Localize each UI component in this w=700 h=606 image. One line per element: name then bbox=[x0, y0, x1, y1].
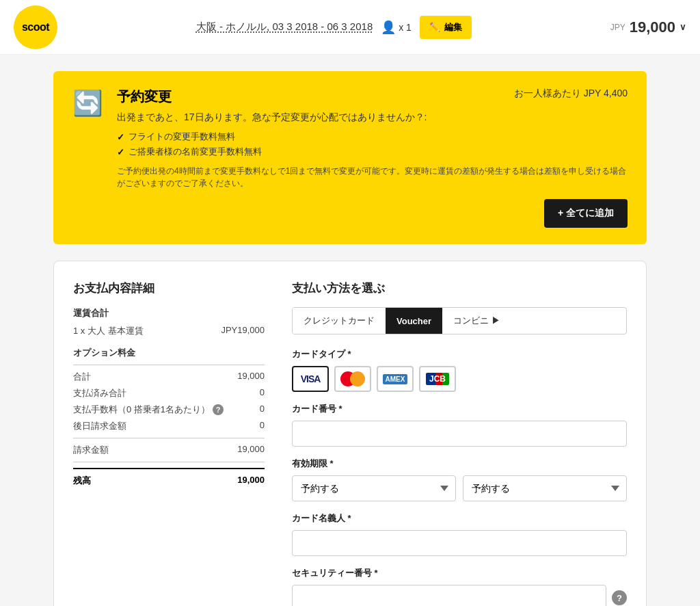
banner-content: 予約変更 お一人様あたり JPY 4,400 出発まであと、17日あります。急な… bbox=[117, 88, 628, 228]
security-help-icon[interactable]: ? bbox=[612, 590, 627, 605]
logo-area: scoot bbox=[14, 5, 57, 49]
check-icon-1: ✓ bbox=[117, 132, 124, 142]
security-input[interactable] bbox=[292, 585, 606, 606]
header-center: 大阪 - ホノルル, 03 3 2018 - 06 3 2018 👤 x 1 ✏… bbox=[196, 16, 472, 39]
card-type-group: カードタイプ * VISA AMEX JCB bbox=[292, 348, 627, 392]
tab-credit-card[interactable]: クレジットカード bbox=[293, 308, 386, 334]
fee-help-icon[interactable]: ? bbox=[213, 404, 224, 415]
visa-card-button[interactable]: VISA bbox=[292, 366, 329, 392]
logo: scoot bbox=[14, 5, 57, 49]
fare-title: 運賃合計 bbox=[73, 307, 265, 319]
payment-details-title: お支払内容詳細 bbox=[73, 280, 265, 296]
banner-check2: ✓ ご搭乗者様の名前変更手数料無料 bbox=[117, 146, 628, 158]
card-name-label: カード名義人 * bbox=[292, 512, 627, 525]
expiry-year-select[interactable]: 予約する bbox=[463, 475, 627, 501]
check-icon-2: ✓ bbox=[117, 147, 124, 157]
security-row: ? bbox=[292, 585, 627, 606]
tab-arrow-icon: ▶ bbox=[492, 315, 500, 326]
card-name-input[interactable] bbox=[292, 530, 627, 556]
expiry-row: 予約する 予約する bbox=[292, 475, 627, 501]
jcb-button[interactable]: JCB bbox=[419, 366, 456, 392]
balance-row: 残高 19,000 bbox=[73, 468, 265, 487]
mastercard-logo bbox=[340, 371, 365, 386]
deferred-row: 後日請求金額 0 bbox=[73, 420, 265, 432]
banner-note: ご予約便出発の4時間前まで変更手数料なしで1回まで無料で変更が可能です。変更時に… bbox=[117, 165, 628, 189]
pencil-icon: ✏️ bbox=[429, 22, 440, 32]
main-content: 🔄 予約変更 お一人様あたり JPY 4,400 出発まであと、17日あります。… bbox=[42, 71, 658, 606]
banner-title: 予約変更 bbox=[117, 88, 172, 106]
banner-header: 予約変更 お一人様あたり JPY 4,400 bbox=[117, 88, 628, 106]
mastercard-button[interactable] bbox=[334, 366, 371, 392]
card-number-group: カード番号 * bbox=[292, 403, 627, 447]
jcb-logo: JCB bbox=[426, 373, 449, 385]
card-types: VISA AMEX JCB bbox=[292, 366, 627, 392]
total-row: 合計 19,000 bbox=[73, 371, 265, 383]
divider-1 bbox=[73, 365, 265, 365]
security-group: セキュリティー番号 * ? bbox=[292, 567, 627, 606]
card-name-group: カード名義人 * bbox=[292, 512, 627, 556]
expiry-label: 有効期限 * bbox=[292, 458, 627, 470]
card-number-input[interactable] bbox=[292, 421, 627, 447]
option-title: オプション料金 bbox=[73, 347, 265, 359]
fare-adult-row: 1 x 大人 基本運賃 JPY19,000 bbox=[73, 325, 265, 337]
edit-button[interactable]: ✏️ 編集 bbox=[420, 16, 472, 39]
divider-2 bbox=[73, 438, 265, 438]
divider-3 bbox=[73, 462, 265, 462]
tab-voucher[interactable]: Voucher bbox=[386, 308, 442, 334]
route-info: 大阪 - ホノルル, 03 3 2018 - 06 3 2018 bbox=[196, 21, 373, 34]
pax-info: 👤 x 1 bbox=[381, 20, 412, 35]
payment-tabs: クレジットカード Voucher コンビニ ▶ bbox=[292, 307, 627, 334]
amex-logo: AMEX bbox=[383, 374, 408, 384]
refresh-icon: 🔄 bbox=[72, 89, 103, 118]
billing-row: 請求金額 19,000 bbox=[73, 444, 265, 456]
header-price: JPY 19,000 ∨ bbox=[610, 18, 686, 36]
price-chevron[interactable]: ∨ bbox=[679, 22, 686, 32]
booking-change-banner: 🔄 予約変更 お一人様あたり JPY 4,400 出発まであと、17日あります。… bbox=[53, 71, 647, 244]
payment-method-title: 支払い方法を選ぶ bbox=[292, 280, 627, 296]
expiry-group: 有効期限 * 予約する 予約する bbox=[292, 458, 627, 501]
expiry-month-select[interactable]: 予約する bbox=[292, 475, 456, 501]
page-header: scoot 大阪 - ホノルル, 03 3 2018 - 06 3 2018 👤… bbox=[0, 0, 700, 55]
payment-details: お支払内容詳細 運賃合計 1 x 大人 基本運賃 JPY19,000 オプション… bbox=[73, 280, 265, 606]
payment-section: お支払内容詳細 運賃合計 1 x 大人 基本運賃 JPY19,000 オプション… bbox=[53, 261, 647, 606]
banner-subtitle: 出発まであと、17日あります。急な予定変更が心配ではありませんか？: bbox=[117, 111, 628, 124]
security-label: セキュリティー番号 * bbox=[292, 567, 627, 579]
payment-method: 支払い方法を選ぶ クレジットカード Voucher コンビニ ▶ カードタイプ … bbox=[292, 280, 627, 606]
card-number-label: カード番号 * bbox=[292, 403, 627, 415]
fee-row: 支払手数料（0 搭乗者1名あたり） ? 0 bbox=[73, 404, 265, 416]
add-all-button[interactable]: + 全てに追加 bbox=[544, 199, 628, 228]
paid-row: 支払済み合計 0 bbox=[73, 387, 265, 399]
card-type-label: カードタイプ * bbox=[292, 348, 627, 360]
banner-price: お一人様あたり JPY 4,400 bbox=[514, 88, 628, 100]
amex-button[interactable]: AMEX bbox=[377, 366, 414, 392]
banner-check1: ✓ フライトの変更手数料無料 bbox=[117, 131, 628, 143]
person-icon: 👤 bbox=[381, 20, 396, 35]
tab-konbini[interactable]: コンビニ ▶ bbox=[442, 308, 511, 334]
visa-logo: VISA bbox=[301, 373, 321, 384]
